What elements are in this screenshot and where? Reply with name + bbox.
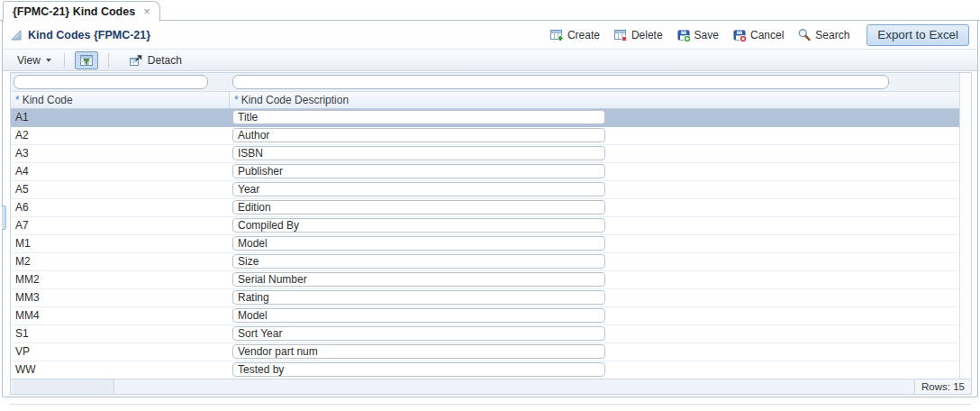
description-cell — [230, 127, 959, 144]
horizontal-scrollbar-thumb[interactable] — [13, 379, 114, 394]
description-cell — [230, 361, 959, 379]
description-cell — [230, 325, 959, 342]
query-by-example-toggle-button[interactable] — [75, 51, 98, 69]
description-cell-input[interactable] — [232, 362, 605, 377]
description-cell — [230, 145, 959, 162]
description-filter-input[interactable] — [232, 75, 889, 89]
panel-toolbar: Create Delete — [549, 24, 969, 46]
kind-code-cell: M1 — [11, 235, 230, 252]
table-row[interactable]: A6 — [11, 199, 959, 217]
column-header-description[interactable]: *Kind Code Description — [230, 92, 959, 108]
delete-label: Delete — [631, 29, 663, 41]
description-cell-input[interactable] — [232, 344, 605, 359]
chevron-down-icon — [46, 59, 51, 62]
query-by-example-filter-icon — [79, 53, 94, 68]
collapse-triangle-icon[interactable] — [11, 30, 22, 41]
description-cell — [230, 199, 959, 216]
tab-label: {FPMC-21} Kind Codes — [13, 5, 135, 18]
description-cell-input[interactable] — [232, 218, 605, 233]
detach-button[interactable]: Detach — [129, 53, 182, 68]
description-cell-input[interactable] — [232, 200, 605, 215]
description-cell — [230, 343, 959, 361]
table-row[interactable]: A5 — [11, 181, 959, 199]
cancel-button[interactable]: Cancel — [732, 28, 784, 42]
table-row[interactable]: S1 — [11, 325, 959, 343]
column-header-kind-code[interactable]: *Kind Code — [11, 92, 230, 108]
description-cell-input[interactable] — [232, 164, 605, 178]
toolbar-separator — [64, 53, 65, 68]
table-row[interactable]: A3 — [11, 145, 959, 163]
kind-code-cell: A5 — [11, 181, 230, 198]
description-cell-input[interactable] — [232, 182, 605, 196]
table-body: A1 A2 A3 A4 A5 A6 A7 — [11, 109, 959, 379]
kind-code-cell: MM2 — [11, 271, 230, 288]
kind-code-filter-input[interactable] — [14, 75, 208, 89]
floppy-add-icon — [676, 28, 691, 42]
kind-code-cell: A3 — [11, 145, 230, 162]
kind-codes-panel: Kind Codes {FPMC-21} Create — [2, 21, 978, 397]
kind-code-cell: MM3 — [11, 289, 230, 306]
table-footer: Rows: 15 — [11, 379, 971, 394]
delete-button[interactable]: Delete — [613, 28, 663, 42]
required-marker: * — [15, 94, 20, 106]
vertical-scrollbar[interactable] — [959, 73, 971, 379]
table-row[interactable]: A4 — [11, 163, 959, 181]
search-button[interactable]: Search — [797, 28, 849, 42]
kind-code-cell: MM4 — [11, 307, 230, 324]
filter-row — [11, 73, 959, 92]
create-button[interactable]: Create — [549, 28, 600, 42]
table-row[interactable]: M1 — [11, 235, 959, 253]
close-icon[interactable]: × — [143, 7, 150, 16]
tab-kind-codes[interactable]: {FPMC-21} Kind Codes × — [3, 1, 160, 22]
kind-code-cell: A4 — [11, 163, 230, 180]
table-add-icon — [549, 28, 564, 42]
application-window: {FPMC-21} Kind Codes × Kind Codes {FPMC-… — [0, 0, 980, 411]
description-cell-input[interactable] — [232, 254, 605, 269]
search-label: Search — [815, 29, 849, 41]
table-row[interactable]: A1 — [11, 109, 959, 127]
description-cell — [230, 253, 959, 270]
table-row[interactable]: MM4 — [11, 307, 959, 325]
view-menu-label: View — [17, 54, 41, 67]
description-cell-input[interactable] — [232, 128, 605, 142]
table-row[interactable]: M2 — [11, 253, 959, 271]
description-cell-input[interactable] — [232, 290, 605, 305]
magnifier-icon — [797, 28, 812, 42]
kind-code-cell: A7 — [11, 217, 230, 234]
table-row[interactable]: A7 — [11, 217, 959, 235]
kind-code-cell: VP — [11, 343, 230, 361]
create-label: Create — [567, 29, 600, 41]
kind-code-cell: A1 — [11, 109, 230, 126]
table-row[interactable]: VP — [11, 343, 959, 361]
kind-codes-table: *Kind Code *Kind Code Description A1 A2 … — [10, 72, 972, 395]
panel-header: Kind Codes {FPMC-21} Create — [3, 21, 977, 49]
description-cell-input[interactable] — [232, 146, 605, 160]
view-menu-button[interactable]: View — [14, 52, 54, 68]
description-cell-input[interactable] — [232, 272, 605, 287]
export-to-excel-button[interactable]: Export to Excel — [867, 24, 969, 46]
floppy-cancel-icon — [732, 28, 747, 42]
save-label: Save — [694, 29, 719, 41]
description-cell — [230, 235, 959, 252]
table-row[interactable]: WW — [11, 361, 959, 379]
splitter-collapse-handle[interactable] — [2, 206, 6, 230]
required-marker: * — [234, 94, 239, 106]
column-header-row: *Kind Code *Kind Code Description — [11, 92, 959, 109]
page-title: Kind Codes {FPMC-21} — [28, 29, 150, 41]
table-row[interactable]: MM2 — [11, 271, 959, 289]
table-row[interactable]: A2 — [11, 127, 959, 145]
description-cell-input[interactable] — [232, 236, 605, 251]
description-cell-input[interactable] — [232, 326, 605, 341]
window-bottom-edge — [9, 404, 971, 405]
description-cell — [230, 271, 959, 288]
description-cell — [230, 109, 959, 126]
table-row[interactable]: MM3 — [11, 289, 959, 307]
description-cell-input[interactable] — [232, 308, 605, 323]
rows-count-badge: Rows: 15 — [914, 379, 971, 394]
kind-code-cell: A2 — [11, 127, 230, 144]
save-button[interactable]: Save — [676, 28, 719, 42]
description-cell — [230, 217, 959, 234]
description-cell — [230, 181, 959, 198]
toolbar-separator — [108, 53, 109, 68]
description-cell-input[interactable] — [232, 110, 605, 124]
